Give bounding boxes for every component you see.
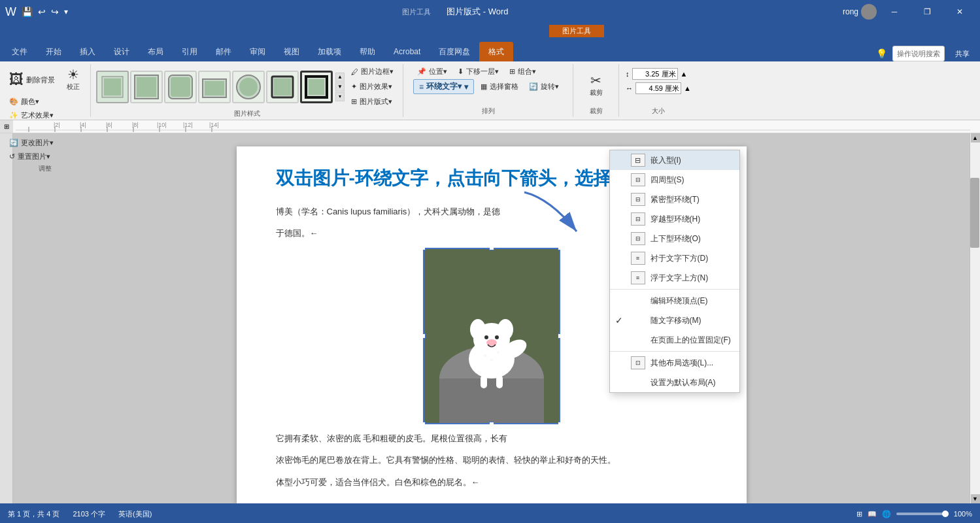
svg-text:|2|: |2|: [54, 122, 60, 128]
height-input[interactable]: [632, 68, 678, 80]
menu-item-moreoptions[interactable]: ⊡ 其他布局选项(L)...: [610, 353, 739, 373]
width-spinup[interactable]: ▲: [684, 84, 691, 92]
scroll-thumb[interactable]: [970, 178, 979, 248]
pic-style-5[interactable]: [232, 71, 265, 103]
tab-start[interactable]: 开始: [37, 42, 71, 61]
handle-ml[interactable]: [423, 333, 426, 339]
undo-icon[interactable]: ↩: [38, 7, 46, 17]
reset-pic-button[interactable]: ↺重置图片▾: [5, 150, 54, 163]
tab-reference[interactable]: 引用: [173, 42, 207, 61]
size-label: 大小: [652, 105, 665, 116]
pic-style-7[interactable]: [300, 71, 333, 103]
pic-style-3[interactable]: [164, 71, 197, 103]
pic-style-scroll: ▲ ▼ ▾: [335, 73, 345, 101]
handle-br[interactable]: [558, 422, 560, 424]
menu-item-through[interactable]: ⊟ 穿越型环绕(H): [610, 209, 739, 229]
tab-insert[interactable]: 插入: [71, 42, 105, 61]
pic-style-2[interactable]: [130, 71, 163, 103]
color-button[interactable]: 🎨颜色▾: [5, 95, 43, 108]
crop-button[interactable]: ✂ 裁剪: [584, 71, 608, 100]
crop-label: 裁剪: [590, 105, 603, 116]
position-button[interactable]: 📌位置▾: [413, 65, 451, 78]
tight-label: 紧密型环绕(T): [651, 194, 700, 205]
tab-layout[interactable]: 布局: [139, 42, 173, 61]
handle-tl[interactable]: [423, 248, 426, 250]
tight-icon: ⊟: [631, 193, 645, 206]
moreoptions-icon: ⊡: [631, 356, 645, 369]
pic-style-scroll-up[interactable]: ▲: [335, 73, 345, 82]
doc-area: 双击图片-环绕文字，点击向下箭头，选择图片的版式 博美（学名：Canis lup…: [0, 133, 980, 503]
menu-item-topbottom[interactable]: ⊟ 上下型环绕(O): [610, 229, 739, 248]
scroll-up-btn[interactable]: ▲: [971, 133, 980, 143]
menu-item-editpoints[interactable]: 编辑环绕顶点(E): [610, 291, 739, 311]
pic-style-1[interactable]: [96, 71, 129, 103]
change-pic-button[interactable]: 🔄更改图片▾: [5, 137, 58, 149]
pic-effect-button[interactable]: ✦图片效果▾: [347, 80, 397, 93]
svg-point-9: [239, 78, 258, 96]
pic-format-button[interactable]: ⊞图片版式▾: [347, 95, 397, 108]
pic-style-scroll-more[interactable]: ▾: [335, 92, 345, 101]
doc-image[interactable]: [423, 248, 560, 424]
tab-baidu[interactable]: 百度网盘: [430, 42, 479, 61]
tab-format[interactable]: 格式: [479, 42, 513, 61]
doc-content[interactable]: 双击图片-环绕文字，点击向下箭头，选择图片的版式 博美（学名：Canis lup…: [13, 133, 970, 503]
wrap-text-button[interactable]: ≡ 环绕文字▾ ▾: [413, 79, 474, 94]
menu-item-embed[interactable]: ⊟ 嵌入型(I): [610, 150, 739, 170]
tab-view[interactable]: 视图: [275, 42, 309, 61]
width-row: ↔ ▲: [626, 82, 691, 94]
pic-border-button[interactable]: 🖊图片边框▾: [347, 65, 397, 78]
menu-item-fixpos[interactable]: 在页面上的位置固定(F): [610, 330, 739, 350]
pic-style-scroll-down[interactable]: ▼: [335, 82, 345, 92]
menu-item-front[interactable]: ≡ 浮于文字上方(N): [610, 268, 739, 288]
tools-band-label: 图片工具: [549, 24, 604, 37]
vertical-scrollbar[interactable]: ▲ ▼: [970, 133, 980, 503]
view-web-icon[interactable]: 🌐: [882, 510, 891, 518]
width-input[interactable]: [635, 82, 681, 94]
tab-mail[interactable]: 邮件: [207, 42, 241, 61]
pic-style-4[interactable]: [198, 71, 231, 103]
select-pane-button[interactable]: ▦选择窗格: [477, 79, 522, 94]
height-spinup[interactable]: ▲: [681, 70, 688, 78]
restore-button[interactable]: ❐: [912, 0, 942, 24]
divider-2: [610, 351, 739, 352]
tab-review[interactable]: 审阅: [241, 42, 275, 61]
menu-item-movetext[interactable]: ✓ 随文字移动(M): [610, 311, 739, 330]
save-icon[interactable]: 💾: [22, 7, 33, 17]
menu-item-tight[interactable]: ⊟ 紧密型环绕(T): [610, 190, 739, 209]
tab-help[interactable]: 帮助: [350, 42, 384, 61]
zoom-slider[interactable]: [896, 513, 949, 515]
ruler-corner[interactable]: ⊞: [0, 120, 13, 133]
fixpos-icon: [631, 333, 645, 346]
topbottom-icon: ⊟: [631, 232, 645, 245]
search-box[interactable]: 操作说明搜索: [892, 46, 945, 61]
tab-design[interactable]: 设计: [105, 42, 139, 61]
handle-bm[interactable]: [489, 422, 494, 424]
rotate-button[interactable]: 🔄旋转▾: [525, 79, 563, 94]
redo-icon[interactable]: ↪: [51, 7, 59, 17]
group-button[interactable]: ⊞组合▾: [505, 65, 540, 78]
remove-bg-button[interactable]: 🖼 删除背景: [5, 70, 59, 90]
svg-text:|10|: |10|: [157, 122, 167, 128]
vertical-ruler: [0, 133, 13, 503]
handle-bl[interactable]: [423, 422, 426, 424]
tab-file[interactable]: 文件: [3, 42, 37, 61]
correct-button[interactable]: ☀ 校正: [61, 65, 85, 94]
handle-mr[interactable]: [558, 333, 560, 339]
tab-addins[interactable]: 加载项: [309, 42, 350, 61]
handle-tm[interactable]: [489, 248, 494, 250]
menu-item-behind[interactable]: ≡ 衬于文字下方(D): [610, 248, 739, 268]
move-back-button[interactable]: ⬇下移一层▾: [454, 65, 503, 78]
menu-item-square[interactable]: ⊟ 四周型(S): [610, 170, 739, 190]
scroll-down-btn[interactable]: ▼: [971, 494, 980, 503]
share-button[interactable]: 共享: [950, 48, 975, 60]
view-read-icon[interactable]: 📖: [868, 510, 877, 518]
menu-item-setdefault[interactable]: 设置为默认布局(A): [610, 373, 739, 392]
tab-acrobat[interactable]: Acrobat: [384, 42, 430, 61]
close-button[interactable]: ✕: [945, 0, 975, 24]
user-avatar[interactable]: [861, 4, 877, 20]
minimize-button[interactable]: ─: [879, 0, 909, 24]
view-normal-icon[interactable]: ⊞: [856, 510, 862, 518]
user-name: rong: [843, 7, 858, 16]
fixpos-label: 在页面上的位置固定(F): [651, 335, 731, 346]
pic-style-6[interactable]: [266, 71, 299, 103]
